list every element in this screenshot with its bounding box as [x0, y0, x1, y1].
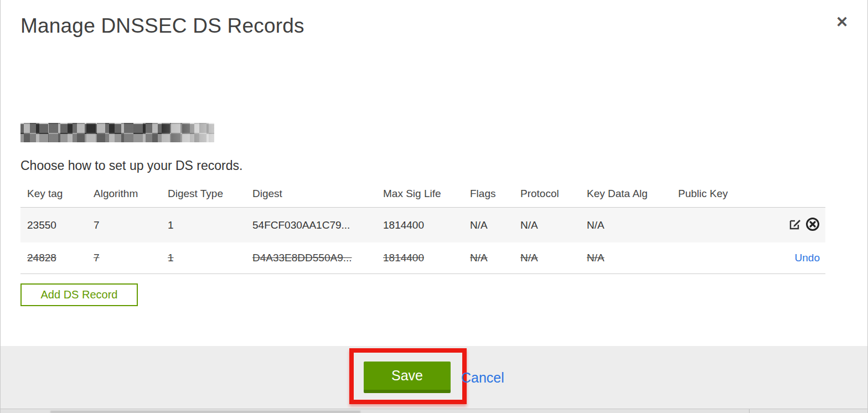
table-row: 23550 7 1 54FCF030AA1C79... 1814400 N/A … — [20, 208, 825, 243]
cell-algorithm: 7 — [87, 242, 161, 274]
cell-public-key — [671, 208, 777, 243]
cell-key-data-alg: N/A — [580, 208, 671, 243]
col-header-public-key: Public Key — [671, 182, 777, 208]
dimmed-background-content — [50, 411, 360, 413]
close-icon[interactable]: ✕ — [831, 11, 853, 33]
cancel-link[interactable]: Cancel — [461, 370, 504, 386]
table-row-deleted: 24828 7 1 D4A33E8DD550A9... 1814400 N/A … — [20, 242, 825, 274]
cell-protocol: N/A — [514, 242, 580, 274]
col-header-max-sig-life: Max Sig Life — [376, 182, 463, 208]
cell-max-sig-life: 1814400 — [376, 208, 463, 243]
cell-public-key — [671, 242, 777, 274]
redacted-domain — [20, 123, 214, 142]
edit-icon — [788, 224, 802, 233]
cell-flags: N/A — [463, 208, 514, 243]
undo-link[interactable]: Undo — [795, 252, 820, 264]
cell-key-data-alg: N/A — [580, 242, 671, 274]
cell-key-tag: 24828 — [20, 242, 87, 274]
col-header-key-tag: Key tag — [20, 182, 87, 208]
delete-record-button[interactable] — [805, 217, 820, 233]
col-header-flags: Flags — [463, 182, 514, 208]
edit-record-button[interactable] — [788, 218, 802, 233]
add-ds-record-button[interactable]: Add DS Record — [20, 283, 138, 306]
save-button[interactable]: Save — [364, 362, 451, 393]
page-behind-modal-strip — [1, 409, 868, 413]
cell-digest-type: 1 — [161, 208, 246, 243]
cell-digest: 54FCF030AA1C79... — [246, 208, 376, 243]
delete-icon — [805, 225, 820, 233]
col-header-protocol: Protocol — [514, 182, 580, 208]
col-header-algorithm: Algorithm — [87, 182, 161, 208]
cell-max-sig-life: 1814400 — [376, 242, 463, 274]
row-actions: Undo — [777, 242, 825, 274]
table-header-row: Key tag Algorithm Digest Type Digest Max… — [20, 182, 825, 208]
col-header-digest: Digest — [246, 182, 376, 208]
page-title: Manage DNSSEC DS Records — [20, 14, 304, 38]
cell-algorithm: 7 — [87, 208, 161, 243]
ds-records-table: Key tag Algorithm Digest Type Digest Max… — [20, 182, 825, 274]
cell-digest-type: 1 — [161, 242, 246, 274]
intro-text: Choose how to set up your DS records. — [20, 158, 242, 173]
col-header-key-data-alg: Key Data Alg — [580, 182, 671, 208]
background-divider — [749, 409, 750, 413]
cell-key-tag: 23550 — [20, 208, 87, 243]
row-actions — [777, 208, 825, 243]
cell-digest: D4A33E8DD550A9... — [246, 242, 376, 274]
cell-flags: N/A — [463, 242, 514, 274]
col-header-actions — [777, 182, 825, 208]
cell-protocol: N/A — [514, 208, 580, 243]
col-header-digest-type: Digest Type — [161, 182, 246, 208]
